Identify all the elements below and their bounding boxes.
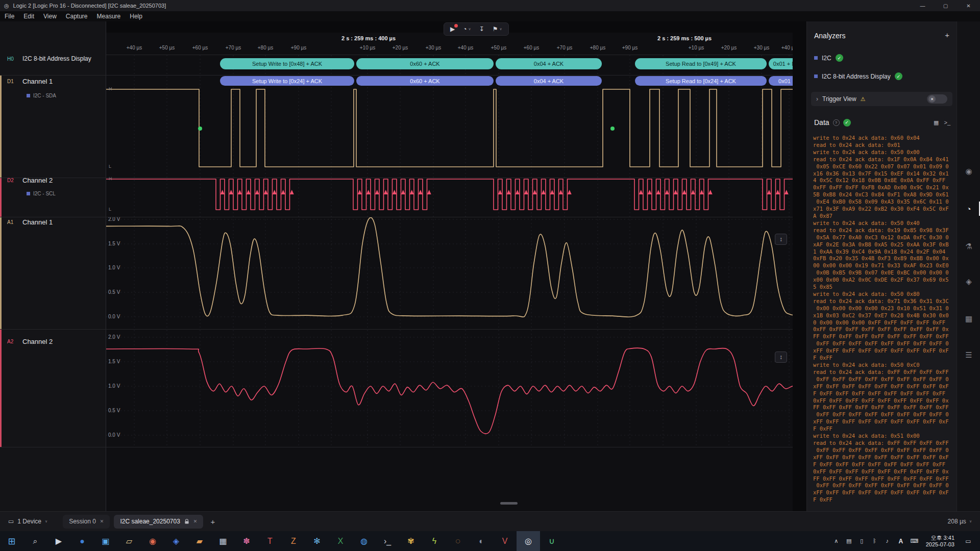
analyzer-item-i2c-8bit[interactable]: I2C 8-bit Address Display ✓ xyxy=(814,72,902,80)
time-ruler[interactable]: 2 s : 259 ms : 400 µs2 s : 259 ms : 500 … xyxy=(106,33,793,55)
app-text-tool-icon[interactable]: T xyxy=(258,531,282,551)
analyzer-bubble[interactable]: 0x01 + N xyxy=(769,58,793,69)
menu-help[interactable]: Help xyxy=(125,13,147,20)
new-tab-button[interactable]: + xyxy=(210,517,215,526)
taskbar-app-icons: ▶●▣▱◉◈▰▦✽TZ✻X◍›_✾ϟ◌◐V◎∪ xyxy=(47,531,564,551)
analog2-autoscale-button[interactable]: ↕ xyxy=(775,352,787,363)
time-tick-label: +10 µs xyxy=(360,45,376,51)
add-analyzer-button[interactable]: + xyxy=(945,31,949,39)
trigger-view-row[interactable]: › Trigger View ⚠ ✕ xyxy=(811,92,952,106)
menu-measure[interactable]: Measure xyxy=(92,13,126,20)
tab-i2c-saleae[interactable]: I2C saleae_20250703 ✕ xyxy=(114,515,203,529)
measure-button[interactable]: ↧ xyxy=(479,26,484,33)
horizontal-scrollbar[interactable] xyxy=(500,502,518,505)
table-view-icon[interactable]: ▦ xyxy=(934,119,939,126)
minimize-button[interactable]: — xyxy=(911,0,934,11)
taskbar-clock[interactable]: 오후 3:41 2025-07-03 xyxy=(926,535,954,548)
app-folder-icon[interactable]: ▰ xyxy=(188,531,211,551)
search-icon[interactable]: ⌕ xyxy=(23,531,47,551)
tray-bluetooth-icon[interactable]: ᛒ xyxy=(868,538,881,544)
maximize-button[interactable]: ▢ xyxy=(934,0,957,11)
app-archive-icon[interactable]: Z xyxy=(282,531,305,551)
channel-row-h0[interactable]: H0 I2C 8-bit Address Display xyxy=(7,55,91,62)
lab-icon[interactable]: ⚗ xyxy=(957,238,980,255)
app-dictionary-icon[interactable]: V xyxy=(493,531,517,551)
menu-edit[interactable]: Edit xyxy=(19,13,39,20)
channel-row-d1[interactable]: D1 Channel 1 xyxy=(7,78,53,85)
gauge-icon[interactable]: ◔ xyxy=(957,200,980,217)
tray-battery-icon[interactable]: ▯ xyxy=(855,538,868,544)
timing-mode-button[interactable]: ◔∨ xyxy=(463,26,471,33)
time-tick-label: +30 µs xyxy=(754,45,770,51)
analyzer-bubble[interactable]: 0x04 + ACK xyxy=(496,76,602,86)
analyzer-bubble[interactable]: Setup Read to [0x49] + ACK xyxy=(635,58,767,69)
app-snowflake-icon[interactable]: ✻ xyxy=(305,531,329,551)
analyzer-bubble[interactable]: Setup Write to [0x24] + ACK xyxy=(220,76,354,86)
menu-view[interactable]: View xyxy=(39,13,61,20)
analyzer-bubble[interactable]: Setup Write to [0x48] + ACK xyxy=(220,58,354,69)
terminal-view-icon[interactable]: >_ xyxy=(944,119,950,126)
app-moon-icon[interactable]: ◐ xyxy=(470,531,493,551)
app-terminal-icon[interactable]: ›_ xyxy=(376,531,399,551)
app-android-icon[interactable]: ∪ xyxy=(540,531,564,551)
app-search-tool-icon[interactable]: ◌ xyxy=(446,531,470,551)
app-gallery-icon[interactable]: ▦ xyxy=(211,531,235,551)
tab-session-0[interactable]: Session 0 ✕ xyxy=(63,515,110,529)
time-tick-label: +70 µs xyxy=(226,45,241,51)
channel-row-a1[interactable]: A1 Channel 1 xyxy=(7,218,53,226)
list-icon[interactable]: ☰ xyxy=(957,346,980,364)
menu-file[interactable]: File xyxy=(0,13,19,20)
ime-language-indicator[interactable]: A xyxy=(894,538,908,545)
absolute-time-label: 2 s : 259 ms : 400 µs xyxy=(341,35,396,41)
app-photos-icon[interactable]: ▣ xyxy=(94,531,117,551)
waveform-viewport[interactable]: 2 s : 259 ms : 400 µs2 s : 259 ms : 500 … xyxy=(106,33,793,511)
keyboard-icon[interactable]: ⌨ xyxy=(908,538,921,544)
close-tab-icon[interactable]: ✕ xyxy=(100,519,104,524)
analyzer-swatch-icon xyxy=(27,94,30,97)
app-logic-icon[interactable]: ◎ xyxy=(517,531,540,551)
grid-icon[interactable]: ▦ xyxy=(957,310,980,328)
app-save-icon[interactable]: ◈ xyxy=(164,531,188,551)
status-bar: ▭ 1 Device ∨ Session 0 ✕ I2C saleae_2025… xyxy=(0,511,980,531)
app-folders-icon[interactable]: ▱ xyxy=(117,531,141,551)
analyzer-bubble[interactable]: 0x60 + ACK xyxy=(356,58,494,69)
notification-center-icon[interactable]: ▭ xyxy=(960,538,977,545)
analyzer-swatch-icon xyxy=(814,56,818,60)
analyzer-bubble[interactable]: 0x60 + ACK xyxy=(356,76,494,86)
close-button[interactable]: ✕ xyxy=(957,0,980,11)
analyzer-bubble[interactable]: 0x04 + ACK xyxy=(496,58,602,69)
close-tab-icon[interactable]: ✕ xyxy=(193,519,198,524)
close-icon[interactable]: ✕ xyxy=(928,95,936,103)
tray-display-icon[interactable]: ▤ xyxy=(843,538,855,544)
start-button[interactable]: ⊞ xyxy=(0,531,23,551)
help-icon[interactable]: ? xyxy=(833,119,840,126)
tag-icon[interactable]: ◈ xyxy=(957,273,980,290)
trigger-dismiss-pill[interactable]: ✕ xyxy=(927,94,947,104)
analyzer-bubble[interactable]: 0x01 xyxy=(769,76,793,86)
eye-icon[interactable]: ◉ xyxy=(957,163,980,180)
channel-row-a2[interactable]: A2 Channel 2 xyxy=(7,338,53,345)
device-selector[interactable]: ▭ 1 Device ∨ xyxy=(8,518,47,525)
tray-volume-icon[interactable]: ♪ xyxy=(881,538,894,544)
chevron-down-icon: ∨ xyxy=(45,519,47,523)
waveform-canvas[interactable] xyxy=(106,55,793,447)
data-output[interactable]: write to 0x24 ack data: 0x60 0x04 read t… xyxy=(813,135,953,504)
app-media-player-icon[interactable]: ▶ xyxy=(47,531,70,551)
timebase-selector[interactable]: 208 µs ∨ xyxy=(948,518,972,525)
play-button[interactable]: ▶ xyxy=(450,26,455,33)
app-color-wheel-icon[interactable]: ✾ xyxy=(399,531,423,551)
app-spreadsheet-icon[interactable]: X xyxy=(329,531,352,551)
app-energy-icon[interactable]: ϟ xyxy=(423,531,446,551)
menu-capture[interactable]: Capture xyxy=(61,13,92,20)
app-globe-icon[interactable]: ◍ xyxy=(352,531,376,551)
app-browser-icon[interactable]: ◉ xyxy=(141,531,164,551)
channel-id-d2: D2 xyxy=(7,178,17,183)
voltage-label: 0.5 V xyxy=(108,408,120,413)
flag-button[interactable]: ⚑∨ xyxy=(493,26,502,33)
analyzer-bubble[interactable]: Setup Read to [0x24] + ACK xyxy=(635,76,767,86)
tray-expand-icon[interactable]: ∧ xyxy=(830,538,843,544)
analyzer-item-i2c[interactable]: I2C ✓ xyxy=(814,54,843,62)
app-blue-dot-icon[interactable]: ● xyxy=(70,531,94,551)
analog1-autoscale-button[interactable]: ↕ xyxy=(775,234,787,245)
app-paint-icon[interactable]: ✽ xyxy=(235,531,258,551)
